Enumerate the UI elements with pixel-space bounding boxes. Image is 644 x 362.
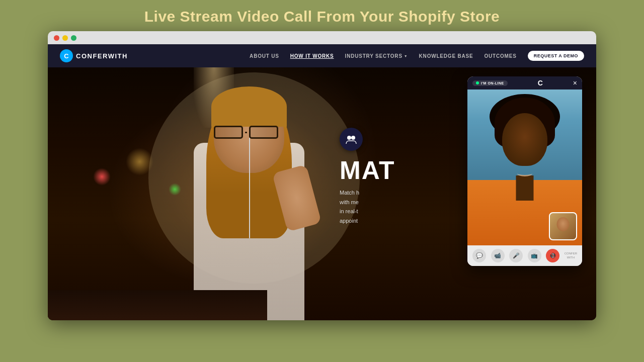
navbar: C CONFERWITH ABOUT US HOW IT WORKS INDUS…: [48, 44, 596, 67]
online-indicator: I'M ON-LINE: [472, 80, 508, 86]
bokeh-red: [93, 168, 111, 186]
ctrl-brand-logo: CONFERWITH: [565, 252, 577, 260]
nav-industry[interactable]: INDUSTRY SECTORS ▼: [345, 53, 408, 59]
video-close-button[interactable]: ×: [573, 79, 577, 86]
nav-how-it-works[interactable]: HOW IT WORKS: [290, 53, 334, 59]
video-self-thumbnail: [549, 212, 577, 240]
video-main: [467, 89, 582, 245]
ctrl-mic[interactable]: 🎤: [509, 249, 523, 262]
video-header: I'M ON-LINE C ×: [467, 76, 582, 89]
site-content: C CONFERWITH ABOUT US HOW IT WORKS INDUS…: [48, 44, 596, 320]
ctrl-video[interactable]: 📹: [491, 249, 505, 262]
ctrl-chat[interactable]: 💬: [472, 249, 486, 262]
nav-knowledge[interactable]: KNOWLEDGE BASE: [419, 53, 473, 59]
logo-text: CONFERWITH: [76, 52, 128, 60]
svg-point-0: [347, 136, 351, 140]
video-neck: [516, 175, 534, 201]
page-title: Live Stream Video Call From Your Shopify…: [0, 0, 644, 31]
video-call-panel: I'M ON-LINE C ×: [467, 76, 582, 266]
logo[interactable]: C CONFERWITH: [60, 49, 128, 62]
browser-dot-red: [54, 35, 59, 41]
nav-outcomes[interactable]: OUTCOMES: [484, 53, 516, 59]
page-wrapper: Live Stream Video Call From Your Shopify…: [0, 0, 644, 362]
hair-top: [211, 86, 287, 127]
svg-point-1: [351, 136, 355, 140]
online-text: I'M ON-LINE: [481, 81, 504, 85]
hero-section: MAT Match h with me in real-t appoint: [48, 67, 596, 320]
match-icon: [340, 128, 363, 151]
nav-links: ABOUT US HOW IT WORKS INDUSTRY SECTORS ▼…: [250, 51, 584, 61]
video-smile: [517, 170, 532, 176]
ctrl-screen[interactable]: 📺: [528, 249, 541, 262]
match-title: MAT: [340, 158, 470, 183]
nav-about[interactable]: ABOUT US: [250, 53, 279, 59]
browser-dot-yellow: [62, 35, 68, 41]
glasses: [214, 125, 284, 139]
ctrl-end-call[interactable]: 📵: [546, 249, 559, 262]
video-face: [502, 113, 547, 166]
logo-icon: C: [60, 49, 73, 62]
browser-chrome: [48, 31, 596, 44]
online-dot: [476, 81, 479, 84]
video-header-logo: C: [538, 79, 543, 87]
text-area-overlay: MAT Match h with me in real-t appoint: [340, 128, 470, 226]
browser-dot-green: [71, 35, 76, 41]
browser-window: C CONFERWITH ABOUT US HOW IT WORKS INDUS…: [48, 31, 596, 320]
match-body: Match h with me in real-t appoint: [340, 188, 440, 226]
video-controls: 💬 📹 🎤 📺 📵 CONFERWITH: [467, 245, 582, 266]
earphone: [249, 138, 250, 238]
request-demo-button[interactable]: REQUEST A DEMO: [528, 51, 584, 61]
table: [48, 290, 267, 320]
